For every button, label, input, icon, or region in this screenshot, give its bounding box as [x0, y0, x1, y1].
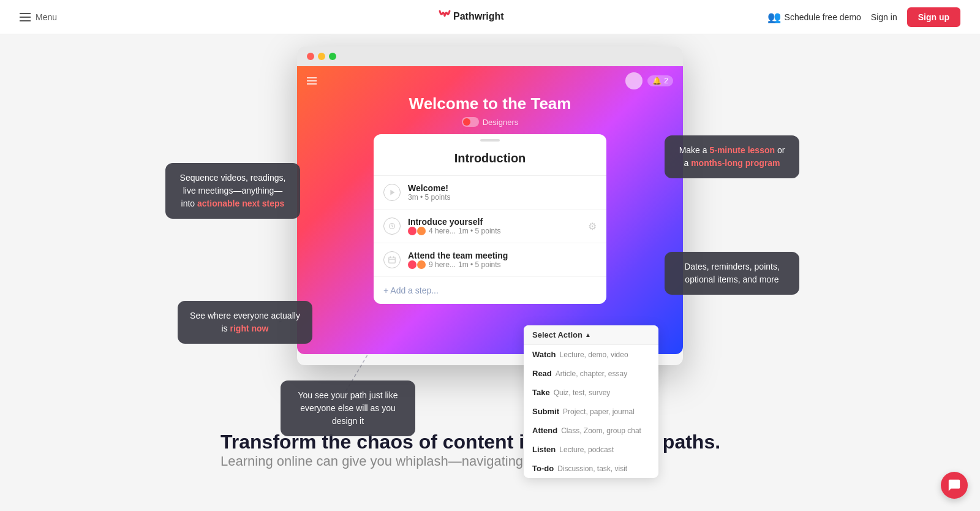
- svg-marker-6: [390, 190, 394, 195]
- svg-text:Pathwright: Pathwright: [453, 11, 504, 21]
- dropdown-item-attend[interactable]: Attend Class, Zoom, group chat: [524, 421, 658, 440]
- bubble-dates: Dates, reminders, points, optional items…: [665, 252, 799, 295]
- step-avatars-2: [408, 260, 426, 269]
- bubble-make: Make a 5-minute lesson or a months-long …: [665, 135, 799, 178]
- bottom-section: Transform the chaos of content into acti…: [0, 418, 980, 469]
- dropdown-item-listen[interactable]: Listen Lecture, podcast: [524, 440, 658, 459]
- browser-toolbar: 🔔 2: [297, 72, 683, 89]
- add-step-button[interactable]: + Add a step...: [374, 277, 606, 304]
- notification-badge: 🔔 2: [647, 75, 673, 86]
- svg-rect-10: [389, 257, 396, 263]
- signin-button[interactable]: Sign in: [871, 12, 897, 22]
- dropdown-item-todo[interactable]: To-do Discussion, task, visit: [524, 459, 658, 478]
- dropdown-item-read[interactable]: Read Article, chapter, essay: [524, 364, 658, 383]
- nav-left: Menu: [20, 12, 57, 22]
- svg-line-9: [392, 226, 393, 227]
- browser-close-dot: [307, 53, 314, 60]
- welcome-subtitle-text: Designers: [483, 118, 519, 127]
- step-icon-calendar: [383, 251, 401, 268]
- action-dropdown[interactable]: Select Action ▲ Watch Lecture, demo, vid…: [524, 325, 658, 478]
- browser-maximize-dot: [329, 53, 336, 60]
- step-content-welcome: Welcome! 3m • 5 points: [408, 183, 597, 202]
- bubble-seewhere: See where everyone actually is right now: [178, 301, 312, 344]
- avatar-red: [408, 227, 417, 235]
- dropdown-item-submit[interactable]: Submit Project, paper, journal: [524, 402, 658, 421]
- toggle-pill: [462, 117, 479, 127]
- avatar-red-2: [408, 260, 417, 269]
- inner-card-header: Introduction: [374, 142, 606, 176]
- logo[interactable]: Pathwright: [435, 7, 545, 27]
- welcome-subtitle: Designers: [462, 117, 519, 127]
- browser-minimize-dot: [318, 53, 325, 60]
- nav-right: 👥 Schedule free demo Sign in Sign up: [767, 7, 960, 27]
- step-avatars: [408, 227, 426, 235]
- step-attend[interactable]: Attend the team meeting 9 here...1m • 5 …: [374, 243, 606, 277]
- menu-icon[interactable]: [20, 13, 31, 21]
- toolbar-icons: 🔔 2: [625, 72, 673, 89]
- browser-window: 🔔 2 Welcome to the Team Designers Introd…: [297, 47, 683, 365]
- inner-card: Introduction Welcome! 3m • 5 points: [374, 134, 606, 304]
- step-welcome[interactable]: Welcome! 3m • 5 points: [374, 176, 606, 210]
- browser-chrome: [297, 47, 683, 66]
- bubble-yousee: You see your path just like everyone els…: [281, 380, 415, 436]
- dropdown-item-watch[interactable]: Watch Lecture, demo, video: [524, 345, 658, 364]
- menu-label[interactable]: Menu: [36, 12, 57, 22]
- bubble-sequence: Sequence videos, readings, live meetings…: [165, 163, 300, 219]
- user-avatar: [625, 72, 643, 89]
- avatar-orange: [417, 227, 426, 235]
- hero-section: Sequence videos, readings, live meetings…: [0, 34, 980, 469]
- schedule-demo-button[interactable]: 👥 Schedule free demo: [767, 10, 861, 24]
- signup-button[interactable]: Sign up: [907, 7, 960, 27]
- navigation: Menu Pathwright 👥 Schedule free demo Sig…: [0, 0, 980, 34]
- step-icon-video: [383, 184, 401, 201]
- step-content-introduce: Introduce yourself 4 here...1m • 5 point…: [408, 217, 581, 235]
- dropdown-item-take[interactable]: Take Quiz, test, survey: [524, 383, 658, 402]
- step-introduce[interactable]: Introduce yourself 4 here...1m • 5 point…: [374, 210, 606, 243]
- browser-body: 🔔 2 Welcome to the Team Designers Introd…: [297, 66, 683, 354]
- gear-icon[interactable]: ⚙: [588, 221, 597, 232]
- avatar-orange-2: [417, 260, 426, 269]
- chat-bubble-button[interactable]: [941, 472, 968, 499]
- dropdown-header: Select Action ▲: [524, 325, 658, 345]
- step-icon-task: [383, 218, 401, 235]
- toolbar-menu-icon: [307, 77, 317, 85]
- step-content-attend: Attend the team meeting 9 here...1m • 5 …: [408, 251, 597, 269]
- inner-card-title: Introduction: [383, 151, 597, 165]
- welcome-title: Welcome to the Team: [409, 94, 571, 113]
